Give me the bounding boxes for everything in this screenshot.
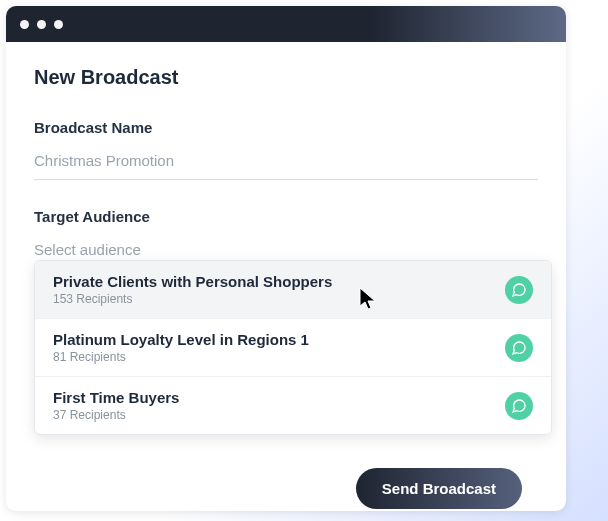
broadcast-name-input[interactable] bbox=[34, 150, 538, 180]
page-title: New Broadcast bbox=[34, 66, 538, 89]
audience-option-recipients: 153 Recipients bbox=[53, 292, 505, 306]
audience-option-recipients: 37 Recipients bbox=[53, 408, 505, 422]
window-control-min[interactable] bbox=[37, 20, 46, 29]
audience-option[interactable]: Private Clients with Personal Shoppers 1… bbox=[35, 261, 551, 319]
broadcast-window: New Broadcast Broadcast Name Target Audi… bbox=[6, 6, 566, 511]
window-titlebar bbox=[6, 6, 566, 42]
audience-option-title: Private Clients with Personal Shoppers bbox=[53, 273, 505, 290]
audience-option-title: First Time Buyers bbox=[53, 389, 505, 406]
whatsapp-icon bbox=[505, 392, 533, 420]
audience-option-title: Platinum Loyalty Level in Regions 1 bbox=[53, 331, 505, 348]
audience-option-recipients: 81 Recipients bbox=[53, 350, 505, 364]
whatsapp-icon bbox=[505, 334, 533, 362]
whatsapp-icon bbox=[505, 276, 533, 304]
audience-option[interactable]: Platinum Loyalty Level in Regions 1 81 R… bbox=[35, 319, 551, 377]
send-broadcast-button[interactable]: Send Broadcast bbox=[356, 468, 522, 509]
audience-option[interactable]: First Time Buyers 37 Recipients bbox=[35, 377, 551, 434]
window-control-close[interactable] bbox=[20, 20, 29, 29]
form-content: New Broadcast Broadcast Name Target Audi… bbox=[6, 42, 566, 266]
window-control-max[interactable] bbox=[54, 20, 63, 29]
target-audience-label: Target Audience bbox=[34, 208, 538, 225]
broadcast-name-label: Broadcast Name bbox=[34, 119, 538, 136]
audience-dropdown: Private Clients with Personal Shoppers 1… bbox=[34, 260, 552, 435]
